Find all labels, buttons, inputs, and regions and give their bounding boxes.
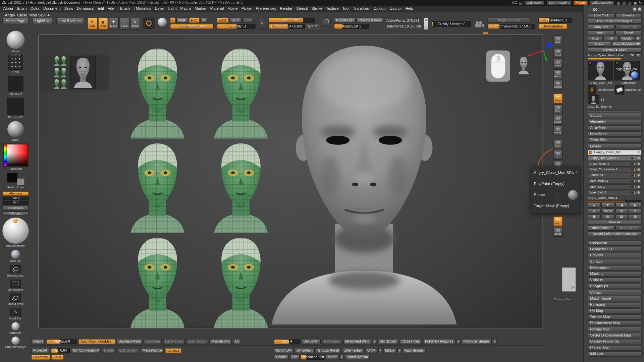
layer-eye-icon[interactable] (637, 168, 640, 171)
stroke-thumbnail[interactable] (8, 55, 23, 70)
layer-icon-button[interactable]: ▧ (615, 214, 628, 219)
z-intensity-slider[interactable]: Z Intensity 51 (217, 24, 255, 29)
zadd-button[interactable]: Zadd (217, 18, 229, 23)
layer-icon-button[interactable]: ▥ (629, 214, 641, 219)
tool-r-button[interactable]: R (635, 53, 642, 58)
right-shelf-button[interactable]: Frame (553, 126, 562, 135)
layer-row[interactable]: Wink_Left 1 (588, 190, 641, 195)
section-layers[interactable]: Layers (588, 143, 641, 149)
bottom-button[interactable] (340, 355, 343, 360)
bottom-button[interactable]: DynaMesh (294, 348, 315, 353)
layer-intensity-slider[interactable] (631, 186, 636, 187)
right-shelf-button[interactable]: Solo (553, 216, 562, 226)
replay-last-rel-button[interactable]: ReplayLastRel (356, 18, 383, 23)
tool-section-header[interactable]: Deformation (588, 265, 641, 270)
bottom-button[interactable]: Split Hidden (186, 339, 208, 344)
layer-strength-slider[interactable] (588, 200, 641, 202)
layer-up-button[interactable]: ▲ (588, 202, 600, 207)
obj-shadow-slider[interactable]: ObjShadow 0.3 (539, 18, 572, 23)
menu-item[interactable]: File (108, 7, 114, 11)
tool-section-header[interactable]: UV Map (588, 308, 641, 313)
menus-button[interactable]: Menus (574, 1, 588, 5)
load-tool-button[interactable]: Load Tool (588, 13, 614, 18)
bottom-button[interactable] (457, 339, 460, 344)
tool-section-header[interactable]: FiberMesh (588, 240, 641, 246)
bottom-button[interactable]: MergeVisible (141, 348, 164, 353)
focal-shift-slider[interactable]: Focal Shift 51 (268, 18, 314, 23)
bottom-button[interactable]: Morph UV (274, 348, 293, 353)
mini-wireframe-head[interactable] (60, 78, 67, 89)
bottom-button[interactable]: Dist 0.04 (51, 348, 69, 353)
bottom-button[interactable]: ProjectAll (31, 348, 50, 353)
lightbox-tools-button[interactable]: Lightbox►Tools (588, 48, 641, 53)
layer-new-button[interactable]: ⊞ (588, 208, 600, 213)
menu-item[interactable]: Material (210, 7, 224, 11)
mdd-speed-button[interactable]: MDD Speed (615, 226, 642, 231)
layer-icon-button[interactable]: ▦ (588, 214, 600, 219)
menu-item[interactable]: Layer (155, 7, 164, 11)
right-shelf-button[interactable]: Xpose (553, 227, 562, 237)
sculpt-preview-sphere[interactable] (158, 18, 167, 27)
stroke-curve-icon[interactable] (323, 18, 330, 25)
layer-intensity-slider[interactable] (631, 175, 636, 176)
panel-circle-icon[interactable] (633, 7, 637, 11)
menu-item[interactable]: Render (280, 7, 292, 11)
tool-section-header[interactable]: Geometry HD (588, 246, 641, 252)
bottom-button[interactable]: SDiv 4 (274, 339, 300, 344)
default-zscript-button[interactable]: DefaultZScript (590, 1, 614, 5)
right-shelf-button[interactable]: Persp (553, 94, 562, 103)
bottom-button[interactable]: Geometry (31, 355, 50, 360)
menu-item[interactable]: Alpha (3, 7, 13, 11)
see-through-slider[interactable]: See-through 0 (547, 1, 572, 5)
saturation-square[interactable] (7, 144, 28, 166)
mini-wireframe-head[interactable] (53, 78, 60, 89)
layer-duplicate-button[interactable]: ⊟ (615, 208, 628, 213)
wireframe-head-model[interactable] (117, 46, 199, 139)
bottom-button[interactable]: Uv (233, 339, 241, 344)
popup-item[interactable]: Target Mask (Empty) (531, 201, 580, 212)
base-tool-thumbnail[interactable] (588, 95, 599, 104)
rgb-intensity-slider[interactable]: Rgb Intensity 100 (170, 24, 213, 29)
layer-name-button[interactable]: Name (601, 208, 614, 213)
layer-next-button[interactable]: ▶ (629, 202, 641, 207)
save-as-button[interactable]: Save As (615, 13, 642, 18)
menu-item[interactable]: Draw (64, 7, 73, 11)
bottom-button[interactable]: LazyRadius (163, 339, 185, 344)
layer-eye-icon[interactable] (637, 186, 640, 188)
tool-section-header[interactable]: Normal Map (588, 326, 641, 332)
menu-item[interactable]: Stencil (296, 7, 308, 11)
menu-item[interactable]: Stroke (311, 7, 322, 11)
layer-eye-icon[interactable] (637, 180, 640, 182)
layer-row[interactable]: Look_Up 1 (588, 184, 641, 189)
gravity-direction-widget[interactable] (424, 18, 428, 30)
tool-section-header[interactable]: Displacement Map (588, 320, 641, 326)
tool-section-header[interactable]: Texture Map (588, 314, 641, 319)
bottom-button[interactable]: Smart ReSym (345, 355, 370, 360)
palette-icon-1[interactable]: ▦ (616, 1, 620, 5)
refresh-icon[interactable]: ↻ (639, 1, 642, 5)
layer-eye-icon[interactable] (637, 191, 640, 194)
current-brush-thumbnail[interactable] (7, 31, 25, 49)
copy-tool-button[interactable]: Copy Tool (588, 24, 614, 29)
menu-item[interactable]: Zplugin (374, 7, 386, 11)
right-shelf-button[interactable]: L.Sym (553, 115, 562, 125)
reference-head-thumbnail[interactable] (70, 56, 96, 89)
menu-item[interactable]: I-Modeling (133, 7, 151, 11)
export-button[interactable]: Export (615, 31, 642, 36)
bottom-button[interactable]: Inflate (383, 348, 396, 353)
layer-row[interactable]: Look_Right 1 (588, 178, 641, 184)
mask-pen-button[interactable]: ✎ (10, 308, 21, 316)
panel-circle-icon[interactable] (638, 7, 642, 11)
rotate-mode-button[interactable]: ↻Rotate (130, 18, 140, 30)
material-thumbnail[interactable] (7, 121, 24, 137)
menu-item[interactable]: Preferences (256, 7, 276, 11)
menu-item[interactable]: Brush (17, 7, 27, 11)
bottom-button[interactable] (493, 339, 496, 344)
bottom-button[interactable]: Mirror And Weld (343, 339, 371, 344)
gravity-strength-slider[interactable]: Gravity Strength 0 (432, 21, 471, 27)
bottom-button[interactable]: MergeDown (210, 339, 232, 344)
wireframe-head-model[interactable] (117, 235, 199, 328)
basic-material-sphere[interactable] (2, 218, 29, 244)
bottom-button[interactable]: MidValue 0 (46, 339, 77, 344)
menu-item[interactable]: Transform (353, 7, 370, 11)
